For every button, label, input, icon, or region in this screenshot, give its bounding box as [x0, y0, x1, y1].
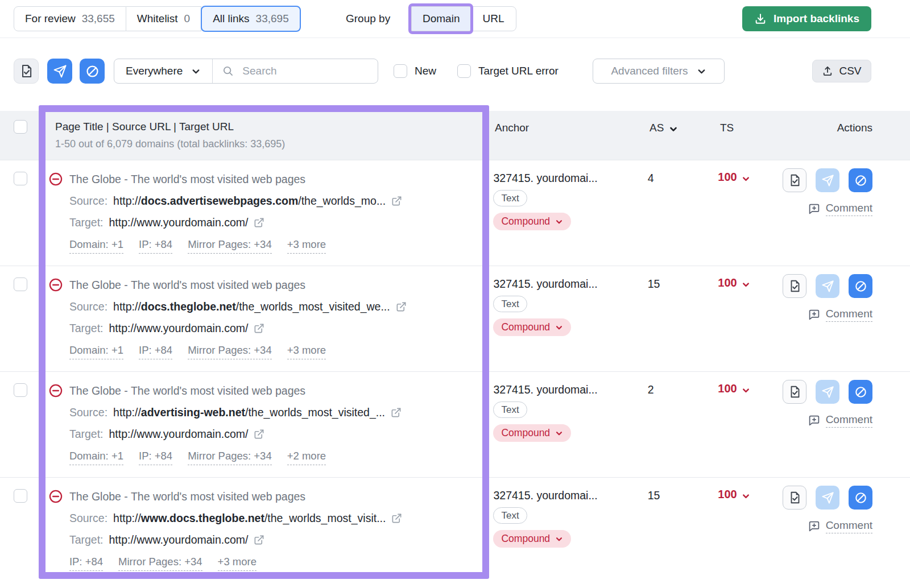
chevron-down-icon: [555, 429, 563, 437]
target-url: http://www.yourdomain.com/: [109, 532, 249, 547]
compound-label: Compound: [501, 321, 550, 333]
anchor-type-badge: Text: [493, 401, 527, 418]
scope-dropdown[interactable]: Everywhere: [114, 59, 213, 83]
compound-dropdown[interactable]: Compound: [493, 213, 571, 230]
tab-count: 0: [184, 13, 191, 25]
count-filter-link[interactable]: IP: +84: [139, 343, 172, 359]
tab-count: 33,695: [256, 13, 289, 25]
count-filter-link[interactable]: IP: +84: [139, 238, 172, 254]
row-move-to-review-button[interactable]: [816, 168, 839, 192]
tab-whitelist[interactable]: Whitelist 0: [126, 6, 201, 31]
external-link-icon[interactable]: [254, 323, 264, 334]
import-backlinks-button[interactable]: Import backlinks: [742, 6, 871, 31]
count-filter-link[interactable]: Domain: +1: [69, 449, 123, 465]
tab-for-review[interactable]: For review 33,655: [14, 6, 126, 31]
row-checkbox[interactable]: [14, 489, 27, 503]
export-csv-button[interactable]: CSV: [812, 60, 871, 82]
target-url-error-checkbox[interactable]: [457, 64, 471, 78]
select-all-checkbox[interactable]: [14, 120, 27, 134]
row-move-to-review-button[interactable]: [816, 486, 839, 510]
table-body: The Globe - The world's most visited web…: [0, 160, 910, 583]
count-filter-link[interactable]: +3 more: [287, 238, 326, 254]
count-filter-link[interactable]: +3 more: [287, 343, 326, 359]
external-link-icon[interactable]: [391, 407, 402, 418]
count-filter-link[interactable]: Mirror Pages: +34: [188, 343, 272, 359]
chevron-down-icon: [555, 535, 563, 543]
group-by-url-button[interactable]: URL: [470, 6, 516, 31]
anchor-type-badge: Text: [493, 507, 527, 524]
count-filter-link[interactable]: +2 more: [287, 449, 326, 465]
row-disavow-list-button[interactable]: [783, 274, 806, 298]
block-button[interactable]: [80, 59, 105, 84]
row-checkbox[interactable]: [14, 383, 27, 397]
page-title: The Globe - The world's most visited web…: [69, 278, 305, 292]
row-block-button[interactable]: [849, 168, 872, 192]
source-url: http://www.docs.theglobe.net/the_worlds_…: [113, 511, 386, 525]
ts-chevron-down-icon[interactable]: [742, 280, 750, 289]
count-filter-link[interactable]: +3 more: [218, 555, 257, 571]
disavow-list-button[interactable]: [14, 59, 39, 84]
row-block-button[interactable]: [849, 274, 872, 298]
comment-button[interactable]: Comment: [808, 202, 872, 216]
count-filter-link[interactable]: Domain: +1: [69, 238, 123, 254]
external-link-icon[interactable]: [391, 196, 402, 206]
comment-button[interactable]: Comment: [808, 413, 872, 428]
search-input[interactable]: [241, 64, 369, 78]
row-block-button[interactable]: [849, 380, 872, 404]
ts-chevron-down-icon[interactable]: [742, 492, 750, 500]
new-checkbox[interactable]: [394, 64, 407, 78]
row-checkbox[interactable]: [14, 172, 27, 185]
block-icon: [85, 64, 100, 78]
as-value: 15: [641, 478, 715, 583]
row-disavow-list-button[interactable]: [783, 380, 806, 404]
row-disavow-list-button[interactable]: [783, 486, 806, 510]
external-link-icon[interactable]: [254, 217, 264, 228]
compound-label: Compound: [501, 533, 550, 545]
compound-dropdown[interactable]: Compound: [493, 318, 571, 336]
comment-button[interactable]: Comment: [808, 519, 872, 533]
page-title: The Globe - The world's most visited web…: [69, 383, 305, 398]
row-disavow-list-button[interactable]: [783, 168, 806, 192]
comment-icon: [808, 520, 820, 532]
compound-dropdown[interactable]: Compound: [493, 530, 571, 548]
advanced-filters-label: Advanced filters: [611, 65, 688, 77]
comment-button[interactable]: Comment: [808, 308, 872, 322]
row-checkbox[interactable]: [14, 278, 27, 291]
new-filter[interactable]: New: [394, 59, 436, 84]
target-url-error-label: Target URL error: [478, 65, 559, 77]
upload-icon: [822, 65, 833, 77]
ts-chevron-down-icon[interactable]: [742, 386, 750, 395]
anchor-text: 327415. yourdomai...: [493, 383, 640, 396]
ts-chevron-down-icon[interactable]: [742, 175, 750, 183]
count-filter-link[interactable]: IP: +84: [139, 449, 172, 465]
count-filter-link[interactable]: Mirror Pages: +34: [188, 238, 272, 254]
target-url-error-filter[interactable]: Target URL error: [457, 59, 559, 84]
count-filter-link[interactable]: Domain: +1: [69, 343, 123, 359]
compound-dropdown[interactable]: Compound: [493, 424, 571, 442]
count-filter-link[interactable]: Mirror Pages: +34: [188, 449, 272, 465]
search-filter-box: Everywhere: [114, 59, 378, 84]
tab-all-links[interactable]: All links 33,695: [201, 6, 301, 32]
anchor-text: 327415. yourdomai...: [493, 172, 640, 185]
source-label: Source:: [69, 405, 107, 420]
row-move-to-review-button[interactable]: [816, 274, 839, 298]
external-link-icon[interactable]: [396, 301, 407, 312]
count-filter-link[interactable]: IP: +84: [69, 555, 103, 571]
results-count-text: 1-50 out of 6,079 domains (total backlin…: [55, 138, 489, 150]
group-by-domain-button[interactable]: Domain: [411, 6, 470, 31]
chevron-down-icon: [555, 218, 563, 226]
column-header-actions: Actions: [785, 111, 910, 160]
row-move-to-review-button[interactable]: [816, 380, 839, 404]
count-filter-link[interactable]: Mirror Pages: +34: [118, 555, 202, 571]
advanced-filters-dropdown[interactable]: Advanced filters: [593, 59, 725, 84]
group-by-label: Group by: [346, 0, 390, 38]
comment-label: Comment: [826, 413, 872, 428]
external-link-icon[interactable]: [391, 513, 402, 524]
comment-icon: [808, 309, 820, 321]
column-header-as-sort[interactable]: AS: [643, 111, 717, 160]
external-link-icon[interactable]: [254, 535, 264, 545]
row-block-button[interactable]: [849, 486, 872, 510]
page-title: The Globe - The world's most visited web…: [69, 489, 305, 504]
external-link-icon[interactable]: [254, 429, 264, 440]
move-to-review-button[interactable]: [47, 59, 72, 84]
